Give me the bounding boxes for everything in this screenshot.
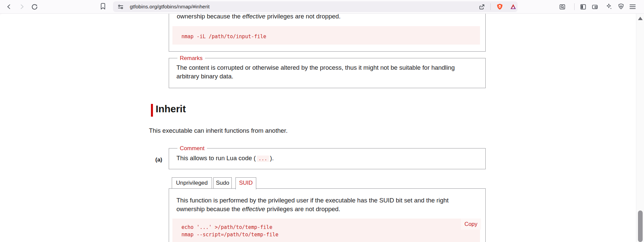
tab-unprivileged[interactable]: Unprivileged	[172, 177, 212, 189]
url-text[interactable]: gtfobins.org/gtfobins/nmap/#inherit	[130, 1, 210, 12]
code-line: nmap --script=/path/to/temp-file	[181, 231, 278, 239]
comment-fieldset: Comment This allows to run Lua code (...…	[169, 148, 486, 169]
scrollbar-up-arrow-icon[interactable]	[638, 17, 643, 20]
scrollbar-thumb[interactable]	[638, 210, 643, 242]
comment-text-post: ).	[270, 155, 274, 162]
prev-text-italic: effective	[242, 14, 265, 20]
suid-text: This function is performed by the privil…	[176, 196, 448, 214]
tab-suid[interactable]: SUID	[235, 177, 256, 189]
comment-inline-code: ...	[257, 156, 269, 162]
leo-ai-sparkle-icon	[605, 3, 613, 10]
suid-line-2: ownership because the effective privileg…	[176, 205, 448, 214]
web-content: ownership because the effective privileg…	[0, 14, 644, 242]
page-section-heading: Inherit	[156, 103, 186, 115]
suid-line2-post: privileges are not dropped.	[265, 205, 340, 213]
remarks-fieldset: Remarks The content is corrupted or othe…	[169, 58, 486, 88]
hamburger-menu-icon	[629, 3, 636, 10]
menu-button[interactable]	[629, 3, 636, 10]
leo-ai-button[interactable]	[605, 3, 613, 10]
site-settings-button[interactable]	[117, 3, 124, 10]
brave-rewards-bat-icon	[509, 3, 517, 10]
tab-sudo[interactable]: Sudo	[213, 177, 232, 189]
sidebar-button[interactable]	[579, 3, 587, 10]
remarks-legend: Remarks	[177, 55, 205, 62]
vertical-scrollbar[interactable]	[636, 14, 644, 242]
remarks-line-2: arbitrary binary data.	[176, 72, 455, 81]
bookmark-button[interactable]	[99, 3, 107, 10]
brave-rewards-button[interactable]	[509, 3, 517, 11]
code-line: echo '...' >/path/to/temp-file	[181, 224, 272, 231]
wallet-icon	[591, 3, 598, 10]
list-marker-a: (a)	[155, 157, 162, 163]
suid-line2-pre: ownership because the	[176, 205, 242, 213]
address-bar[interactable]: gtfobins.org/gtfobins/nmap/#inherit	[113, 1, 518, 12]
previous-suid-box: ownership because the effective privileg…	[169, 14, 486, 52]
previous-suid-text: ownership because the effective privileg…	[177, 14, 341, 21]
brave-shields-icon	[496, 3, 503, 11]
remarks-text: The content is corrupted or otherwise al…	[176, 63, 455, 81]
reload-button[interactable]	[31, 3, 38, 10]
inherit-description: This executable can inherit functions fr…	[149, 126, 287, 135]
brave-shields-button[interactable]	[496, 3, 504, 11]
heading-accent-bar	[151, 104, 153, 117]
share-button[interactable]	[478, 3, 485, 10]
back-button[interactable]	[5, 3, 13, 10]
reload-icon	[31, 3, 38, 10]
prev-text-pre: ownership because the	[177, 14, 242, 20]
urlbar-separator	[490, 3, 491, 10]
back-icon	[6, 3, 12, 10]
prev-text-post: privileges are not dropped.	[265, 14, 340, 20]
toolbar-separator	[574, 3, 575, 10]
bookmark-icon	[100, 3, 106, 10]
site-settings-sliders-icon	[117, 4, 124, 10]
sidebar-panel-icon	[580, 3, 587, 10]
vpn-button[interactable]	[617, 3, 625, 10]
comment-text: This allows to run Lua code (...).	[176, 154, 274, 163]
copy-button[interactable]: Copy	[461, 219, 481, 230]
remarks-line-1: The content is corrupted or otherwise al…	[176, 63, 455, 72]
suid-content-box: This function is performed by the privil…	[169, 188, 486, 242]
browser-window: gtfobins.org/gtfobins/nmap/#inherit	[0, 0, 644, 242]
wallet-button[interactable]	[591, 3, 598, 10]
comment-legend: Comment	[177, 145, 207, 152]
code-block-temp-file[interactable]: echo '...' >/path/to/temp-file nmap --sc…	[172, 219, 480, 242]
forward-button[interactable]	[18, 3, 25, 10]
search-tabs-icon	[559, 3, 566, 10]
share-icon	[478, 3, 485, 10]
forward-icon	[18, 3, 25, 10]
code-block-input-file[interactable]: nmap -iL /path/to/input-file	[172, 26, 480, 45]
code-line: nmap -iL /path/to/input-file	[181, 33, 266, 41]
browser-toolbar: gtfobins.org/gtfobins/nmap/#inherit	[0, 0, 644, 14]
suid-line2-italic: effective	[242, 205, 265, 213]
suid-line-1: This function is performed by the privil…	[176, 196, 448, 205]
search-tabs-button[interactable]	[558, 3, 566, 10]
comment-text-pre: This allows to run Lua code (	[176, 155, 256, 162]
vpn-shield-icon	[618, 3, 625, 10]
